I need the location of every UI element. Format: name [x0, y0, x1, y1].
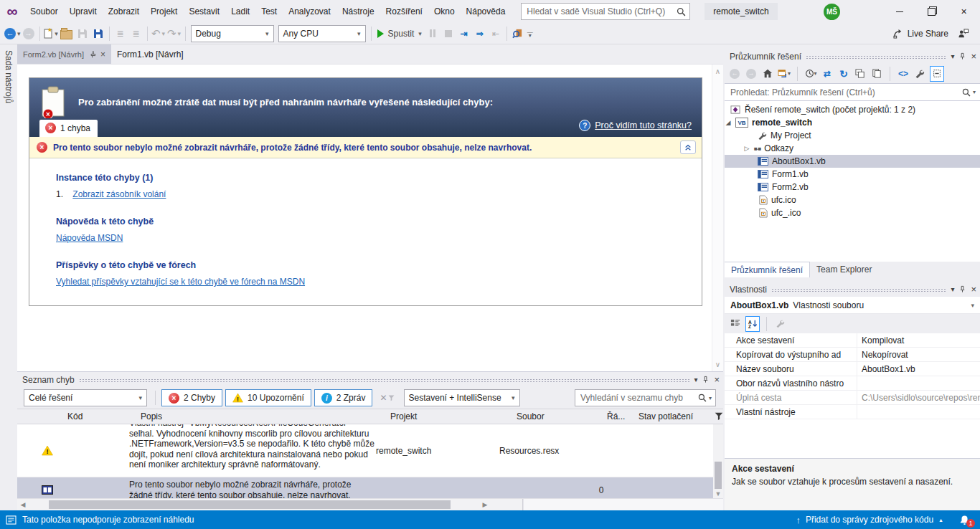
window-position-menu-icon[interactable]: ▾: [951, 52, 954, 60]
menu-item-test[interactable]: Test: [255, 0, 283, 23]
view-code-icon[interactable]: <>: [897, 67, 910, 81]
step-out-button[interactable]: ⇤: [488, 26, 504, 42]
errors-filter-button[interactable]: × 2 Chyby: [161, 389, 222, 406]
column-stav-potlaceni[interactable]: Stav potlačení: [636, 411, 712, 421]
error-list-vertical-scrollbar[interactable]: ▼: [713, 424, 723, 498]
property-row[interactable]: Název souboru AboutBox1.vb: [725, 362, 980, 376]
sync-with-active-document-icon[interactable]: ⇄: [821, 67, 834, 81]
property-row[interactable]: Akce sestavení Kompilovat: [725, 333, 980, 348]
step-over-button[interactable]: ⇒: [472, 26, 488, 42]
tab-form1-design[interactable]: Form1.vb [Návrh]: [111, 44, 189, 64]
menu-item-soubor[interactable]: Soubor: [24, 0, 64, 23]
menu-item-rozsireni[interactable]: Rozšíření: [380, 0, 428, 23]
configuration-combobox[interactable]: Debug▾: [191, 25, 274, 42]
tree-item-my-project[interactable]: My Project: [725, 129, 980, 142]
solution-explorer-header[interactable]: Průzkumník řešení ▾ ×: [725, 49, 980, 64]
toolbox-sidebar-tab[interactable]: Sada nástrojů: [0, 44, 17, 510]
properties-object-selector[interactable]: AboutBox1.vb Vlastnosti souboru ▾: [725, 297, 980, 314]
scroll-down-icon[interactable]: ∨: [715, 361, 720, 368]
open-file-button[interactable]: [59, 26, 75, 42]
close-tab-icon[interactable]: ×: [100, 49, 105, 59]
close-icon[interactable]: ×: [971, 51, 976, 62]
column-projekt[interactable]: Projekt: [387, 411, 514, 421]
step-into-button[interactable]: ⇥: [456, 26, 472, 42]
scrollbar-track[interactable]: [29, 500, 479, 509]
live-share-button[interactable]: Live Share: [893, 28, 948, 39]
error-list-horizontal-scrollbar[interactable]: ◀ ▶: [17, 498, 723, 510]
column-soubor[interactable]: Soubor: [514, 411, 604, 421]
menu-item-zobrazit[interactable]: Zobrazit: [103, 0, 145, 23]
error-list-row-warning[interactable]: ! Vlastní nástroj "VbMyResourcesResXFile…: [17, 424, 723, 477]
quick-search-input[interactable]: [525, 6, 677, 17]
expander-expanded-icon[interactable]: ◢: [725, 119, 732, 126]
add-to-source-control-button[interactable]: ↑ Přidat do správy zdrojového kódu ▲: [796, 515, 943, 525]
error-list-header[interactable]: Seznam chyb ▾ ×: [17, 372, 723, 387]
undo-button[interactable]: ↶▾: [151, 26, 166, 42]
categorized-view-icon[interactable]: [729, 317, 742, 331]
menu-item-ladit[interactable]: Ladit: [225, 0, 255, 23]
close-icon[interactable]: ×: [714, 374, 720, 385]
close-button[interactable]: ×: [948, 0, 980, 23]
show-call-stack-link[interactable]: Zobrazit zásobník volání: [72, 189, 166, 199]
tree-item-aboutbox1[interactable]: AboutBox1.vb: [725, 155, 980, 168]
save-button[interactable]: [75, 26, 90, 42]
scrollbar-thumb[interactable]: [49, 500, 451, 509]
tab-solution-explorer[interactable]: Průzkumník řešení: [725, 262, 810, 277]
copy-properties-icon[interactable]: [870, 67, 883, 81]
tree-item-project[interactable]: ◢ VB remote_switch: [725, 116, 980, 129]
scroll-down-icon[interactable]: ▼: [715, 490, 722, 497]
start-debugging-button[interactable]: Spustit ▾: [374, 26, 425, 42]
column-kod[interactable]: Kód: [65, 411, 138, 421]
property-row[interactable]: Úplná cesta C:\Users\sidlo\source\repos\…: [725, 391, 980, 405]
collapse-error-button[interactable]: [680, 140, 696, 154]
scope-combobox[interactable]: Celé řešení▾: [24, 389, 147, 406]
msdn-help-link[interactable]: Nápověda MSDN: [56, 233, 123, 243]
pin-icon[interactable]: [88, 50, 96, 58]
property-pages-wrench-icon[interactable]: [773, 317, 786, 331]
tree-item-solution[interactable]: Řešení remote_switch (počet projektů: 1 …: [725, 103, 980, 116]
property-row[interactable]: Kopírovat do výstupního ad Nekopírovat: [725, 348, 980, 362]
stop-button[interactable]: [440, 26, 456, 42]
expander-collapsed-icon[interactable]: ▷: [743, 145, 750, 152]
property-value[interactable]: AboutBox1.vb: [857, 364, 980, 374]
pause-button[interactable]: [425, 26, 440, 42]
feedback-button[interactable]: [956, 26, 971, 42]
tree-item-form1[interactable]: Form1.vb: [725, 168, 980, 181]
pin-icon[interactable]: [958, 285, 966, 293]
tree-item-ufc2-ico[interactable]: ufc_.ico: [725, 206, 980, 219]
collapse-all-icon[interactable]: [854, 67, 867, 81]
error-list-search-input[interactable]: [579, 392, 698, 404]
forum-search-link[interactable]: Vyhledat příspěvky vztahující se k této …: [56, 277, 305, 287]
drag-handle[interactable]: [806, 55, 946, 59]
drag-handle[interactable]: [771, 288, 946, 292]
property-row[interactable]: Obor názvů vlastního nástro: [725, 376, 980, 391]
quick-search-box[interactable]: [521, 3, 690, 20]
home-icon[interactable]: [761, 67, 774, 81]
error-list-row-selected[interactable]: Pro tento soubor nebylo možné zobrazit n…: [17, 477, 723, 498]
property-value[interactable]: Nekopírovat: [857, 350, 980, 360]
tree-item-ufc-ico[interactable]: ufc.ico: [725, 194, 980, 206]
scroll-up-icon[interactable]: ∧: [715, 67, 720, 75]
drag-handle[interactable]: [79, 378, 690, 382]
menu-item-nastroje[interactable]: Nástroje: [336, 0, 380, 23]
tree-item-form2[interactable]: Form2.vb: [725, 181, 980, 194]
menu-item-okno[interactable]: Okno: [428, 0, 461, 23]
close-icon[interactable]: ×: [971, 284, 976, 295]
refresh-icon[interactable]: ↻: [837, 67, 850, 81]
switch-views-button[interactable]: ▾: [778, 67, 791, 81]
messages-filter-button[interactable]: i 2 Zpráv: [314, 389, 373, 406]
new-project-button[interactable]: ▾: [43, 26, 59, 42]
alphabetical-sort-icon[interactable]: AZ: [745, 316, 760, 332]
warnings-filter-button[interactable]: ! 10 Upozornění: [225, 389, 311, 406]
solution-explorer-search-box[interactable]: ▾: [725, 83, 980, 101]
pending-changes-filter-button[interactable]: ▾: [804, 67, 817, 81]
save-all-button[interactable]: [90, 26, 106, 42]
tree-item-references[interactable]: ▷ ■-■ Odkazy: [725, 142, 980, 155]
pin-icon[interactable]: [702, 376, 710, 383]
properties-wrench-icon[interactable]: [913, 67, 926, 81]
scroll-right-icon[interactable]: ▶: [479, 501, 491, 508]
window-position-menu-icon[interactable]: ▾: [694, 376, 697, 383]
navigate-back-button[interactable]: ←▾: [4, 26, 21, 42]
why-am-i-seeing-this-link[interactable]: ? Proč vidím tuto stránku?: [579, 120, 692, 131]
solution-explorer-search-input[interactable]: [729, 87, 962, 98]
